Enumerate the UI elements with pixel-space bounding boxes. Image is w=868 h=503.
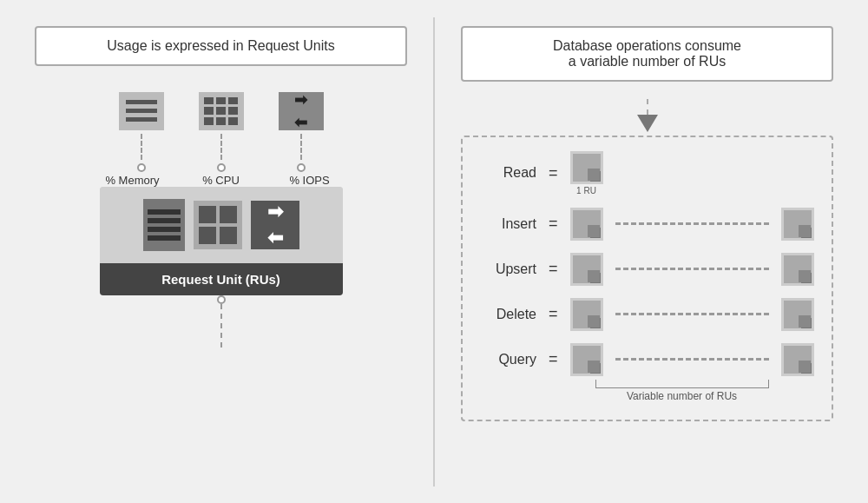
operations-table: Read = 1 RU Insert = xyxy=(480,151,814,402)
cpu-cell-7 xyxy=(204,117,214,125)
iops-dashed-line xyxy=(300,134,302,160)
ru-box-inner: ➡ ⬅ xyxy=(100,187,343,263)
ru-connector-area xyxy=(217,295,226,347)
read-ru-label: 1 RU xyxy=(576,186,596,195)
query-ru-icon-1 xyxy=(570,343,603,376)
memory-icon xyxy=(119,92,164,130)
cpu-cell-1 xyxy=(204,97,214,105)
ru-box: ➡ ⬅ Request Unit (RUs) xyxy=(100,187,343,295)
op-label-query: Query xyxy=(480,352,536,367)
op-label-upsert: Upsert xyxy=(480,261,536,277)
query-ru-inner-2 xyxy=(784,346,812,374)
cpu-cell-9 xyxy=(228,117,238,125)
left-title-text: Usage is expressed in Request Units xyxy=(107,38,334,53)
server-line-3 xyxy=(148,227,181,232)
cpu-cell-8 xyxy=(216,117,226,125)
right-title-text: Database operations consume a variable n… xyxy=(553,38,741,69)
cpu-icon xyxy=(199,92,244,130)
delete-ru-inner-2 xyxy=(784,301,812,328)
variable-bracket-line xyxy=(595,380,769,388)
server-line-2 xyxy=(148,218,181,223)
gcell-4 xyxy=(220,227,237,244)
read-ru-inner xyxy=(573,154,601,182)
metric-labels-row: % Memory % CPU % IOPS xyxy=(102,174,341,187)
ru-label-text: Request Unit (RUs) xyxy=(161,272,280,287)
op-equals-query: = xyxy=(549,350,558,368)
op-equals-delete: = xyxy=(549,305,558,323)
delete-ru-icon-2 xyxy=(781,298,814,331)
op-row-upsert: Upsert = xyxy=(480,253,814,286)
op-row-query: Query = xyxy=(480,343,814,376)
gcell-1 xyxy=(199,206,216,223)
arrow-right-large: ➡ xyxy=(267,201,283,223)
ru-label-bar: Request Unit (RUs) xyxy=(100,263,343,295)
op-row-read: Read = 1 RU xyxy=(480,151,814,195)
iops-icon: ➡ ⬅ xyxy=(279,92,324,130)
query-dashes xyxy=(615,358,769,361)
query-ru-icon-2 xyxy=(781,343,814,376)
left-panel: Usage is expressed in Request Units xyxy=(17,17,424,486)
upsert-ru-inner-1 xyxy=(573,255,601,283)
read-ru-group: 1 RU xyxy=(570,151,603,195)
memory-line-3 xyxy=(126,117,157,122)
gcell-2 xyxy=(220,206,237,223)
main-container: Usage is expressed in Request Units xyxy=(17,17,851,486)
server-line-4 xyxy=(148,235,181,241)
gcell-3 xyxy=(199,227,216,244)
insert-ru-icon-1 xyxy=(570,208,603,241)
arrow-left-icon: ⬅ xyxy=(294,113,307,132)
iops-icon-item: ➡ ⬅ xyxy=(279,92,324,172)
op-row-insert: Insert = xyxy=(480,208,814,241)
variable-bracket-area: Variable number of RUs xyxy=(549,380,814,402)
right-title-box: Database operations consume a variable n… xyxy=(461,26,833,82)
arrow-icon-large: ➡ ⬅ xyxy=(251,201,299,249)
down-arrow-indicator xyxy=(637,115,658,132)
insert-ru-inner-2 xyxy=(784,210,812,238)
cpu-cell-5 xyxy=(216,107,226,115)
op-equals-read: = xyxy=(549,164,558,182)
memory-label: % Memory xyxy=(102,174,164,187)
ru-bottom-circle xyxy=(217,295,226,304)
memory-icon-item xyxy=(119,92,164,172)
server-line-1 xyxy=(148,209,181,215)
memory-line-1 xyxy=(126,100,157,104)
top-dashed-line xyxy=(647,99,648,115)
cpu-icon-item xyxy=(199,92,244,172)
op-label-read: Read xyxy=(480,165,536,181)
ru-bottom-dashed xyxy=(220,304,222,347)
top-icons-row: ➡ ⬅ xyxy=(119,92,324,172)
arrow-right-icon: ➡ xyxy=(294,90,307,109)
cpu-cell-4 xyxy=(204,107,214,115)
arrow-left-large: ⬅ xyxy=(267,227,283,249)
iops-circle xyxy=(297,163,306,172)
top-connector xyxy=(461,99,833,132)
upsert-ru-inner-2 xyxy=(784,255,812,283)
insert-dashes xyxy=(615,222,769,225)
op-label-delete: Delete xyxy=(480,307,536,322)
upsert-ru-icon-1 xyxy=(570,253,603,286)
dashed-outer-box: Read = 1 RU Insert = xyxy=(461,136,833,421)
read-ru-icon xyxy=(570,151,603,184)
right-panel: Database operations consume a variable n… xyxy=(444,17,851,486)
op-equals-upsert: = xyxy=(549,260,558,278)
server-icon-large xyxy=(143,199,185,251)
delete-dashes xyxy=(615,313,769,315)
cpu-label: % CPU xyxy=(190,174,253,187)
cpu-cell-6 xyxy=(228,107,238,115)
op-equals-insert: = xyxy=(549,215,558,233)
cpu-cell-2 xyxy=(216,97,226,105)
query-ru-inner-1 xyxy=(573,346,601,374)
iops-label: % IOPS xyxy=(279,174,341,187)
variable-label: Variable number of RUs xyxy=(627,390,737,402)
cpu-cell-3 xyxy=(228,97,238,105)
cpu-dashed-line xyxy=(220,134,222,160)
memory-line-2 xyxy=(126,109,157,113)
query-group: Query = V xyxy=(480,343,814,402)
vertical-divider xyxy=(433,17,435,486)
op-label-insert: Insert xyxy=(480,216,536,232)
upsert-dashes xyxy=(615,268,769,270)
memory-circle xyxy=(137,163,146,172)
left-title-box: Usage is expressed in Request Units xyxy=(35,26,407,66)
delete-ru-icon-1 xyxy=(570,298,603,331)
memory-dashed-line xyxy=(141,134,142,160)
